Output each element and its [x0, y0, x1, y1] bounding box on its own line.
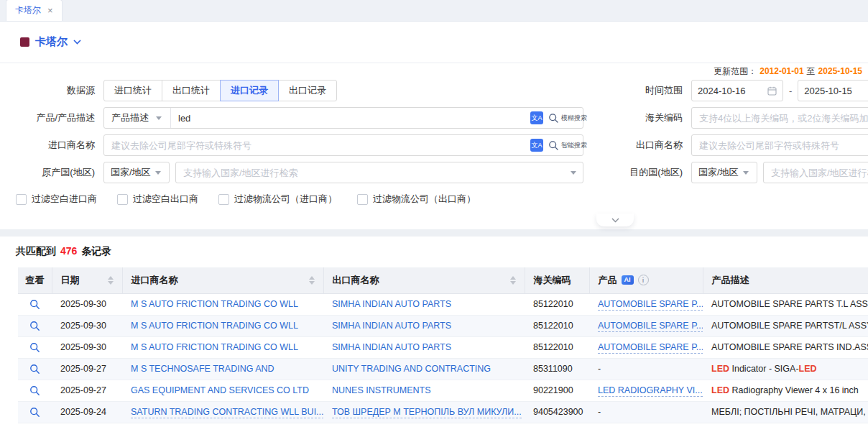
product-label: 产品/产品描述 [0, 111, 103, 124]
importer-link[interactable]: M S TECHNOSAFE TRADING AND [131, 364, 274, 374]
collapse-bar [0, 212, 868, 229]
importer-link[interactable]: M S AUTO FRICTION TRADING CO WLL [131, 321, 298, 331]
btn-import-records[interactable]: 进口记录 [220, 80, 279, 101]
start-date-value: 2024-10-16 [698, 86, 746, 96]
header-product: 产品 AI i [589, 267, 703, 293]
product-link[interactable]: AUTOMOBILE SPARE P... [598, 299, 703, 311]
header-description: 产品描述 [703, 267, 868, 293]
chevron-down-icon [156, 116, 162, 120]
exporter-link[interactable]: SIMHA INDIAN AUTO PARTS [332, 342, 451, 352]
start-date-input[interactable]: 2024-10-16 [691, 80, 783, 101]
view-record-button[interactable] [29, 407, 40, 418]
view-record-button[interactable] [29, 385, 40, 396]
chevron-down-icon[interactable] [571, 171, 576, 175]
view-record-button[interactable] [29, 299, 40, 310]
checkbox-icon[interactable] [357, 194, 368, 205]
product-type-select[interactable]: 产品描述 [104, 108, 171, 128]
importer-name-input[interactable] [104, 140, 530, 151]
checkbox-icon[interactable] [218, 194, 229, 205]
checkbox-icon[interactable] [117, 194, 128, 205]
filter-blank-importer[interactable]: 过滤空白进口商 [16, 193, 97, 206]
calendar-icon [767, 86, 777, 96]
exporter-link[interactable]: UNITY TRADING AND CONTRACTING [332, 364, 491, 374]
sort-exporter-button[interactable] [510, 276, 516, 285]
product-empty: - [598, 364, 601, 374]
collapse-toggle[interactable] [596, 214, 634, 226]
importer-search-group: 文A 智能搜索 [103, 134, 583, 156]
filter-logistics-importer[interactable]: 过滤物流公司（进口商） [218, 193, 337, 206]
view-record-button[interactable] [29, 364, 40, 375]
exporter-link[interactable]: NUNES INSTRUMENTS [332, 385, 431, 395]
end-date-input[interactable]: 2025-10-15 [798, 80, 868, 101]
importer-link[interactable]: M S AUTO FRICTION TRADING CO WLL [131, 299, 298, 309]
smart-search-label: 智能搜索 [561, 142, 577, 149]
table-row: 2025-09-30M S AUTO FRICTION TRADING CO W… [18, 293, 868, 315]
tab-qatar[interactable]: 卡塔尔 × [6, 0, 63, 21]
translate-icon[interactable]: 文A [530, 139, 543, 152]
translate-icon[interactable]: 文A [530, 111, 543, 124]
chevron-down-icon[interactable] [73, 40, 81, 45]
magnifier-icon [29, 407, 40, 418]
exporter-name-input[interactable] [691, 134, 868, 156]
exporter-link[interactable]: ТОВ ШРЕДЕР М ТЕРНОПІЛЬ ВУЛ МИКУЛИ... [332, 407, 522, 418]
product-link[interactable]: AUTOMOBILE SPARE P... [598, 342, 703, 354]
btn-export-stats[interactable]: 出口统计 [162, 80, 221, 101]
form-row-product: 产品/产品描述 产品描述 文A 模糊搜索 海关编码 [0, 104, 868, 132]
product-link[interactable]: AUTOMOBILE SPARE P... [598, 321, 703, 332]
destination-country-select[interactable]: 国家/地区 [691, 162, 757, 183]
destination-country-input[interactable] [764, 167, 868, 178]
summary-suffix: 条记录 [81, 245, 111, 257]
sort-importer-button[interactable] [309, 276, 315, 285]
magnifier-icon [29, 342, 40, 353]
cell-hs-code: 85122010 [525, 293, 589, 315]
product-search-input[interactable] [171, 113, 530, 124]
time-range-label: 时间范围 [583, 84, 691, 97]
cell-product: AUTOMOBILE SPARE P... [589, 315, 703, 336]
cell-date: 2025-09-30 [52, 336, 122, 358]
cell-product: AUTOMOBILE SPARE P... [589, 336, 703, 358]
magnifier-icon [29, 364, 40, 375]
magnifier-icon [29, 321, 40, 331]
search-form: 更新范围：2012-01-01至2025-10-15 数据源 进口统计 出口统计… [0, 65, 868, 229]
importer-name-label: 进口商名称 [0, 139, 103, 152]
chevron-down-icon [743, 171, 749, 175]
smart-search-icon[interactable] [548, 140, 559, 151]
update-range-prefix: 更新范围： [714, 66, 757, 76]
table-row: 2025-09-24SATURN TRADING CONTRACTING WLL… [18, 401, 868, 423]
importer-link[interactable]: M S AUTO FRICTION TRADING CO WLL [131, 342, 298, 352]
filter-logistics-exporter[interactable]: 过滤物流公司（出口商） [357, 193, 476, 206]
info-icon[interactable]: i [638, 275, 649, 285]
header-importer: 进口商名称 [122, 267, 323, 293]
cell-description: AUTOMOBILE SPARE PARTS IND.ASS [703, 336, 868, 358]
view-record-button[interactable] [29, 342, 40, 353]
filter-blank-exporter[interactable]: 过滤空白出口商 [117, 193, 198, 206]
importer-link[interactable]: SATURN TRADING CONTRACTING WLL BUI... [131, 407, 323, 418]
filter-label: 过滤物流公司（进口商） [234, 193, 337, 206]
hs-code-input[interactable] [691, 107, 868, 129]
origin-country-input[interactable] [176, 167, 571, 178]
view-record-button[interactable] [29, 321, 40, 331]
filter-label: 过滤物流公司（出口商） [373, 193, 476, 206]
page-header: 卡塔尔 [0, 22, 868, 63]
exporter-link[interactable]: SIMHA INDIAN AUTO PARTS [332, 299, 451, 309]
header-date: 日期 [52, 267, 122, 293]
table-header-row: 查看 日期 进口商名称 出口商名称 海关编码 产品 AI [18, 267, 868, 293]
btn-export-records[interactable]: 出口记录 [278, 80, 337, 101]
tab-label: 卡塔尔 [15, 4, 41, 17]
header-view: 查看 [18, 267, 52, 293]
exporter-link[interactable]: SIMHA INDIAN AUTO PARTS [332, 321, 451, 331]
product-link[interactable]: LED RADIOGRAPHY VI... [598, 385, 703, 397]
sort-date-button[interactable] [108, 276, 114, 285]
tab-close-icon[interactable]: × [47, 5, 53, 16]
header-hs-code: 海关编码 [525, 267, 589, 293]
header-exporter: 出口商名称 [323, 267, 525, 293]
origin-country-select[interactable]: 国家/地区 [103, 162, 170, 183]
cell-description: AUTOMOBILE SPARE PARTST/L ASSY [703, 315, 868, 336]
tab-bar: 卡塔尔 × [0, 0, 868, 22]
fuzzy-search-icon[interactable] [548, 113, 559, 124]
importer-link[interactable]: GAS EQUIPMENT AND SERVICES CO LTD [131, 385, 309, 395]
cell-date: 2025-09-30 [52, 293, 122, 315]
btn-import-stats[interactable]: 进口统计 [103, 80, 162, 101]
cell-hs-code: 9405423900 [525, 401, 589, 423]
checkbox-icon[interactable] [16, 194, 27, 205]
